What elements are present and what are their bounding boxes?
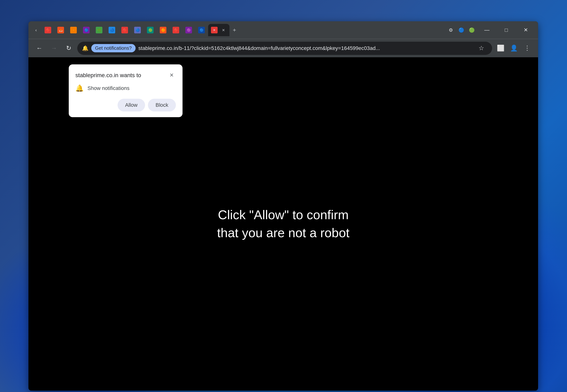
tab-favicon-2: 🦊 [57,27,64,33]
tab-item-13[interactable]: 🔵 [195,24,208,36]
tab-strip: 🔴 🦊 🔸 🔵 🌿 🔵 🔴 🔵 [42,24,445,36]
tab-item-4[interactable]: 🔵 [80,24,92,36]
sidebar-button[interactable]: ⬜ [494,42,507,55]
tab-chevron-icon[interactable]: ‹ [31,25,41,35]
ext-icon-2[interactable]: 🔵 [457,25,466,35]
sidebar-icon: ⬜ [497,44,504,52]
ext-icon-3[interactable]: 🟢 [467,25,477,35]
close-button[interactable]: ✕ [516,21,535,39]
tab-favicon-1: 🔴 [45,27,51,33]
tab-item-3[interactable]: 🔸 [67,24,80,36]
tab-item-2[interactable]: 🦊 [55,24,67,36]
page-content: stableprime.co.in wants to ✕ 🔔 Show noti… [29,57,538,391]
tab-favicon-5: 🌿 [96,27,102,33]
bookmark-icon: ☆ [478,44,484,52]
ext-icon-1[interactable]: ⚙ [446,25,456,35]
title-bar: ‹ 🔴 🦊 🔸 🔵 🌿 🔵 🔴 [29,21,538,39]
popup-close-icon: ✕ [169,72,174,78]
notification-chip[interactable]: Get notifications? [91,44,135,52]
tab-close-button[interactable]: ✕ [220,27,227,33]
tab-item-9[interactable]: 🟢 [144,24,156,36]
tab-item-11[interactable]: 🔴 [170,24,182,36]
browser-window: ‹ 🔴 🦊 🔸 🔵 🌿 🔵 🔴 [29,21,538,391]
extensions-strip: ⚙ 🔵 🟢 [446,25,477,35]
address-text: stableprime.co.in/b-11/?clickid=5162c4kt… [138,45,472,51]
tab-favicon-4: 🔵 [83,27,90,33]
tab-favicon-3: 🔸 [70,27,77,33]
tab-item-5[interactable]: 🌿 [93,24,105,36]
popup-close-button[interactable]: ✕ [167,71,176,80]
tab-favicon-7: 🔴 [121,27,128,33]
tab-item-12[interactable]: 🟣 [182,24,195,36]
tab-item-8[interactable]: 🔵 [131,24,144,36]
profile-button[interactable]: 👤 [508,42,520,55]
popup-actions: Allow Block [75,99,176,112]
block-button[interactable]: Block [148,99,176,112]
window-controls: — □ ✕ [477,21,535,39]
permission-bell-icon: 🔔 [75,84,84,92]
tab-item-6[interactable]: 🔵 [106,24,118,36]
toolbar-icons: ⬜ 👤 ⋮ [494,42,533,55]
menu-icon: ⋮ [524,44,530,52]
popup-permission-row: 🔔 Show notifications [75,84,176,92]
tab-favicon-8: 🔵 [134,27,141,33]
back-button[interactable]: ← [33,42,45,55]
tab-item-active[interactable]: ✕ ✕ [208,24,229,36]
minimize-button[interactable]: — [477,21,496,39]
menu-button[interactable]: ⋮ [521,42,533,55]
tab-item-7[interactable]: 🔴 [119,24,131,36]
tab-bar-left: ‹ [31,25,41,35]
tab-new-button[interactable]: + [230,24,239,36]
popup-permission-label: Show notifications [88,85,129,91]
page-text-line1: Click "Allow" to confirm [217,206,349,224]
tab-favicon-10: 🟠 [160,27,166,33]
tab-favicon-active: ✕ [211,27,218,33]
maximize-button[interactable]: □ [497,21,516,39]
forward-button[interactable]: → [48,42,60,55]
notification-popup: stableprime.co.in wants to ✕ 🔔 Show noti… [69,64,182,117]
allow-button[interactable]: Allow [118,99,145,112]
tab-favicon-9: 🟢 [147,27,154,33]
address-bar[interactable]: 🔔 Get notifications? stableprime.co.in/b… [77,42,492,55]
tab-item-10[interactable]: 🟠 [157,24,169,36]
popup-header: stableprime.co.in wants to ✕ [75,71,176,80]
reload-button[interactable]: ↻ [63,42,75,55]
tab-favicon-12: 🟣 [185,27,192,33]
tab-favicon-6: 🔵 [109,27,115,33]
tab-favicon-11: 🔴 [173,27,179,33]
bookmark-button[interactable]: ☆ [475,42,487,55]
page-main-text: Click "Allow" to confirm that you are no… [217,206,349,242]
profile-icon: 👤 [510,44,518,52]
new-tab-icon: + [233,27,236,33]
tab-favicon-13: 🔵 [198,27,205,33]
notification-bell-icon: 🔔 [82,45,89,51]
popup-title: stableprime.co.in wants to [75,72,141,79]
toolbar: ← → ↻ 🔔 Get notifications? stableprime.c… [29,39,538,57]
page-text-line2: that you are not a robot [217,224,349,242]
tab-item-1[interactable]: 🔴 [42,24,54,36]
